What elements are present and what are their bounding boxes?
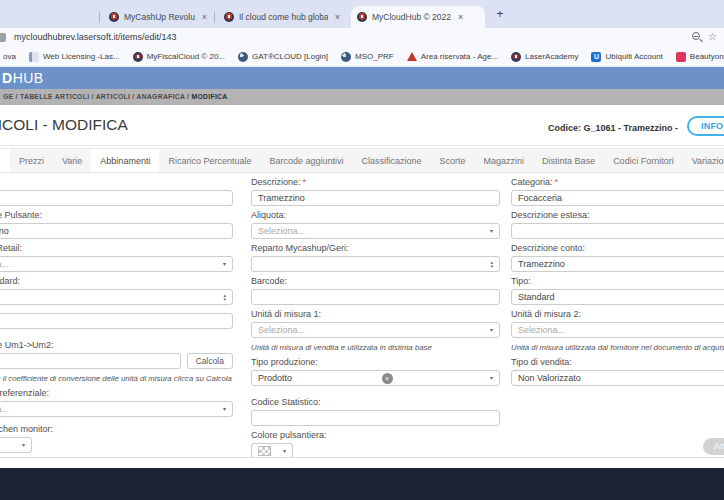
tab-fragment[interactable] xyxy=(0,149,10,172)
um1-select[interactable]: Seleziona...▾ xyxy=(251,322,500,338)
tab-classificazione[interactable]: Classificazione xyxy=(353,149,431,172)
field-aliquota: Aliquota: Seleziona...▾ xyxy=(251,211,500,239)
divider xyxy=(0,145,724,146)
spinner-icons[interactable]: ▴▾ xyxy=(490,260,493,269)
new-tab-button[interactable]: + xyxy=(492,7,508,23)
field-tipo-produzione: Tipo produzione: Prodotto × ▾ xyxy=(251,358,500,386)
kitchen-monitor-select[interactable]: ▾ xyxy=(0,437,32,453)
windows-taskbar: Cerca W X ^ ◈ xyxy=(0,468,724,500)
bookmarks-bar: ova Web Licensing -Las... MyFiscalCloud … xyxy=(0,47,724,67)
tipo-produzione-select[interactable]: Prodotto × ▾ xyxy=(251,370,500,386)
zoom-out-icon[interactable] xyxy=(692,32,700,40)
bookmark-item[interactable]: GAT®CLOUD [Login] xyxy=(238,52,328,62)
form-column-left: Codice:* Descrizione Pulsante: Tramezzin… xyxy=(0,178,233,458)
field-tipo-vendita: Tipo di vendita: Non Valorizzato xyxy=(511,358,724,386)
app-header: DHUB xyxy=(0,67,724,89)
bookmark-favicon xyxy=(676,52,686,62)
required-asterisk: * xyxy=(555,177,559,187)
tab-separator xyxy=(214,12,215,23)
bookmark-item[interactable]: LaserAcademy xyxy=(511,52,578,62)
tab-title: MyCashUp Revolution - Sistem xyxy=(124,12,195,22)
clear-icon[interactable]: × xyxy=(382,373,393,384)
browser-tab-mycashup[interactable]: MyCashUp Revolution - Sistem × xyxy=(103,6,213,28)
codice-statistico-input[interactable] xyxy=(251,410,500,426)
tab-favicon xyxy=(357,12,367,22)
calcola-button[interactable]: Calcola xyxy=(187,353,233,369)
tab-favicon xyxy=(109,12,119,22)
site-info-icon[interactable] xyxy=(0,33,6,42)
field-categoria: Categoria:* Focacceria xyxy=(511,178,724,206)
url-input[interactable]: mycloudhubrev.lasersoft.it/items/edit/14… xyxy=(14,28,176,47)
descrizione-conto-input[interactable]: Tramezzino xyxy=(511,256,724,272)
color-swatch xyxy=(258,446,271,456)
page-bottom-strip xyxy=(0,458,724,468)
field-coefficiente: Coefficiente Um1->Um2: Calcola xyxy=(0,341,233,369)
bookmark-favicon xyxy=(341,52,351,62)
item-code-label: Codice: G_1061 - Tramezzino - xyxy=(300,123,678,133)
bookmark-item[interactable]: MyFiscalCloud © 20... xyxy=(133,52,225,62)
um2-select[interactable]: Seleziona... xyxy=(511,322,724,338)
field-fornitore-preferenziale: Fornitore Preferenziale: Seleziona...▾ xyxy=(0,389,233,417)
chevron-down-icon: ▾ xyxy=(22,442,25,448)
bookmark-favicon xyxy=(238,52,248,62)
browser-tab-mycloudhub-active[interactable]: MyCloudHub © 2022 × xyxy=(351,6,485,28)
field-tipo: Tipo: Standard xyxy=(511,277,724,305)
codice-input[interactable] xyxy=(0,190,233,206)
tab-close-icon[interactable]: × xyxy=(458,13,463,22)
bookmark-item[interactable]: Web Licensing -Las... xyxy=(29,52,120,62)
tipo-vendita-select[interactable]: Non Valorizzato xyxy=(511,370,724,386)
field-kitchen-monitor: Kitchen monitor: ▾ xyxy=(0,425,233,453)
field-unlabeled xyxy=(0,313,233,329)
bookmark-item[interactable]: UUbiquiti Account xyxy=(591,52,662,62)
tab-scorte[interactable]: Scorte xyxy=(431,149,475,172)
form-tab-bar: Prezzi Varie Abbinamenti Ricarico Percen… xyxy=(0,148,724,173)
aliquota-select[interactable]: Seleziona...▾ xyxy=(251,223,500,239)
required-asterisk: * xyxy=(303,177,307,187)
tab-separator xyxy=(99,12,100,23)
tab-magazzini[interactable]: Magazzini xyxy=(475,149,534,172)
tab-variazioni[interactable]: Variazioni xyxy=(683,149,724,172)
costo-standard-stepper[interactable]: ▴▾ xyxy=(0,289,233,305)
categoria-select[interactable]: Focacceria xyxy=(511,190,724,206)
reparto-stepper[interactable]: ▴▾ xyxy=(251,256,500,272)
descrizione-input[interactable]: Tramezzino xyxy=(251,190,500,206)
tab-close-icon[interactable]: × xyxy=(335,13,340,22)
field-colore-pulsantiera: Colore pulsantiera: ▾ xyxy=(251,431,500,459)
chevron-down-icon: ▾ xyxy=(223,261,226,267)
tab-abbinamenti-active[interactable]: Abbinamenti xyxy=(91,149,159,172)
bookmark-item[interactable]: Beautyonweb xyxy=(676,52,724,62)
barcode-input[interactable] xyxy=(251,289,500,305)
spinner-icons[interactable]: ▴▾ xyxy=(223,293,226,302)
bookmark-item[interactable]: Area riservata - Age... xyxy=(407,52,498,61)
tab-barcode-aggiuntivi[interactable]: Barcode aggiuntivi xyxy=(260,149,352,172)
um1-note: Unità di misura di vendita e utilizzata … xyxy=(251,343,500,352)
um2-note: Unità di misura utilizzata dal fornitore… xyxy=(511,343,724,352)
browser-tab-partial[interactable]: × xyxy=(0,6,92,28)
page-content: ARTICOLI - MODIFICA Codice: G_1061 - Tra… xyxy=(0,105,724,468)
fornitore-preferenziale-select[interactable]: Seleziona...▾ xyxy=(0,401,233,417)
bookmark-star-icon[interactable]: ☆ xyxy=(708,31,717,43)
browser-tab-cloud[interactable]: Il cloud come hub globale × xyxy=(218,6,346,28)
unlabeled-input[interactable] xyxy=(0,313,233,329)
annulla-button[interactable]: Annulla xyxy=(703,438,724,455)
tipo-select[interactable]: Standard xyxy=(511,289,724,305)
tab-varie[interactable]: Varie xyxy=(53,149,91,172)
coefficiente-input[interactable] xyxy=(0,353,181,369)
bookmark-item[interactable]: ova xyxy=(3,52,16,61)
browser-tabstrip: × MyCashUp Revolution - Sistem × Il clou… xyxy=(0,0,724,28)
tab-codici-fornitori[interactable]: Codici Fornitori xyxy=(604,149,683,172)
field-um1: Unità di misura 1: Seleziona...▾ xyxy=(251,310,500,338)
field-categoria-retail: Categoria Retail: Seleziona...▾ xyxy=(0,244,233,272)
bookmark-item[interactable]: MSO_PRF xyxy=(341,52,394,62)
field-reparto: Reparto Mycashup/Geri: ▴▾ xyxy=(251,244,500,272)
informazioni-button[interactable]: INFORMAZIONI xyxy=(687,116,724,136)
tab-distinta-base[interactable]: Distinta Base xyxy=(533,149,604,172)
descrizione-estesa-input[interactable] xyxy=(511,223,724,239)
tab-close-icon[interactable]: × xyxy=(202,13,207,22)
categoria-retail-select[interactable]: Seleziona...▾ xyxy=(0,256,233,272)
field-um2: Unità di misura 2: Seleziona... xyxy=(511,310,724,338)
bookmark-favicon xyxy=(29,52,39,62)
tab-ricarico-percentuale[interactable]: Ricarico Percentuale xyxy=(159,149,260,172)
descrizione-pulsante-input[interactable]: Tramezzino xyxy=(0,223,233,239)
tab-prezzi[interactable]: Prezzi xyxy=(10,149,53,172)
